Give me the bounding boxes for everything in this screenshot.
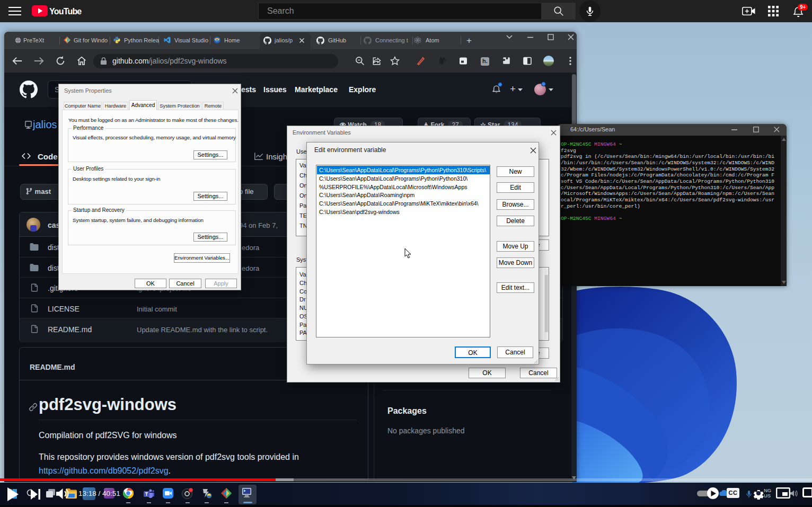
svg-text:YouTube: YouTube	[49, 7, 82, 16]
